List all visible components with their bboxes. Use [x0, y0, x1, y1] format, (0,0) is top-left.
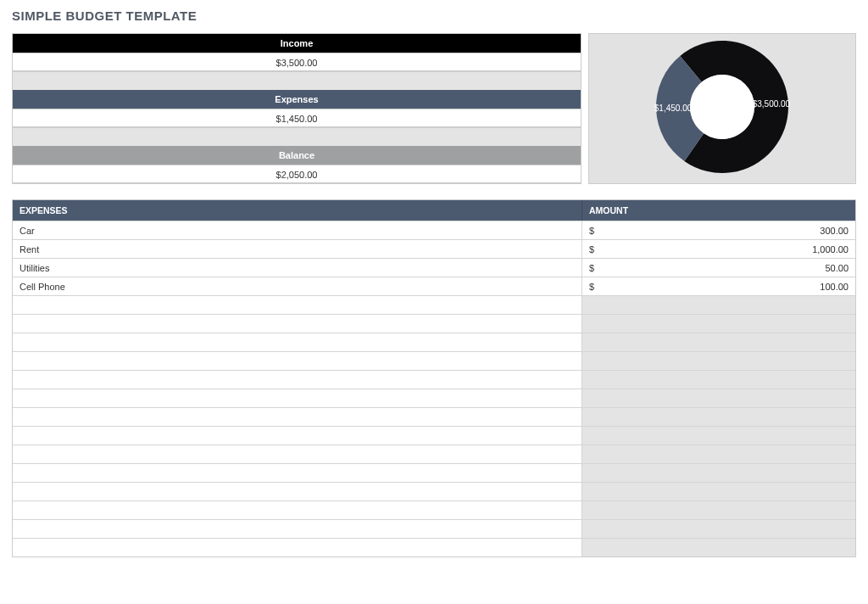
expense-name-cell[interactable] [13, 408, 582, 426]
expense-name-cell[interactable] [13, 352, 582, 370]
summary-expenses-header: Expenses [13, 90, 581, 109]
summary-panel: Income $3,500.00 Expenses $1,450.00 Bala… [12, 33, 581, 184]
summary-expenses-value: $1,450.00 [13, 109, 581, 127]
expense-name-cell[interactable] [13, 333, 582, 351]
table-row[interactable] [13, 445, 855, 463]
expense-name-cell[interactable] [13, 539, 582, 556]
table-row[interactable] [13, 295, 855, 314]
expense-amount-cell[interactable] [582, 539, 855, 556]
table-row[interactable] [13, 519, 855, 538]
expense-amount-cell[interactable] [582, 371, 855, 389]
table-row[interactable]: Rent$1,000.00 [13, 239, 855, 258]
expense-name-cell[interactable] [13, 501, 582, 519]
expense-amount-cell[interactable] [582, 315, 855, 333]
table-row[interactable]: Cell Phone$100.00 [13, 277, 855, 295]
expense-name-cell[interactable] [13, 520, 582, 538]
expense-name-cell[interactable]: Car [13, 221, 582, 239]
expense-amount-cell[interactable] [582, 296, 855, 314]
table-row[interactable]: Utilities$50.00 [13, 258, 855, 277]
expense-amount-cell[interactable]: $50.00 [582, 259, 855, 277]
expense-name-cell[interactable] [13, 483, 582, 501]
expense-amount-cell[interactable] [582, 389, 855, 407]
expense-amount-cell[interactable] [582, 408, 855, 426]
expense-name-cell[interactable]: Cell Phone [13, 277, 582, 295]
table-row[interactable] [13, 370, 855, 389]
table-row[interactable] [13, 501, 855, 519]
svg-text:$1,450.00: $1,450.00 [654, 103, 693, 113]
table-row[interactable] [13, 463, 855, 482]
summary-income-header: Income [13, 34, 581, 53]
expense-name-cell[interactable]: Rent [13, 240, 582, 258]
expense-name-cell[interactable] [13, 445, 582, 463]
expense-name-cell[interactable] [13, 296, 582, 314]
expense-amount-cell[interactable] [582, 483, 855, 501]
expense-amount-cell[interactable] [582, 520, 855, 538]
summary-spacer [13, 127, 581, 146]
table-row[interactable] [13, 314, 855, 333]
expense-name-cell[interactable] [13, 315, 582, 333]
expense-amount-cell[interactable] [582, 333, 855, 351]
expense-name-cell[interactable] [13, 371, 582, 389]
expense-amount-cell[interactable]: $100.00 [582, 277, 855, 295]
expense-amount-cell[interactable] [582, 501, 855, 519]
expenses-table-header: EXPENSES AMOUNT [13, 200, 855, 221]
expense-amount-cell[interactable]: $300.00 [582, 221, 855, 239]
expense-amount-cell[interactable] [582, 427, 855, 445]
expenses-table: EXPENSES AMOUNT Car$300.00Rent$1,000.00U… [12, 199, 856, 557]
svg-point-2 [690, 75, 754, 139]
svg-text:$3,500.00: $3,500.00 [753, 99, 791, 109]
expense-name-cell[interactable] [13, 464, 582, 482]
expense-amount-cell[interactable] [582, 445, 855, 463]
expense-name-cell[interactable] [13, 427, 582, 445]
table-row[interactable] [13, 351, 855, 370]
donut-chart: $3,500.00$1,450.00 [588, 33, 856, 184]
table-row[interactable] [13, 538, 855, 556]
header-amount: AMOUNT [582, 200, 855, 221]
summary-spacer [13, 71, 581, 90]
header-expenses: EXPENSES [13, 200, 582, 221]
summary-balance-header: Balance [13, 146, 581, 165]
summary-balance-value: $2,050.00 [13, 165, 581, 183]
expense-name-cell[interactable] [13, 389, 582, 407]
summary-income-value[interactable]: $3,500.00 [13, 53, 581, 71]
table-row[interactable] [13, 333, 855, 351]
page-title: SIMPLE BUDGET TEMPLATE [12, 8, 856, 23]
table-row[interactable] [13, 482, 855, 501]
expense-name-cell[interactable]: Utilities [13, 259, 582, 277]
table-row[interactable]: Car$300.00 [13, 221, 855, 239]
table-row[interactable] [13, 389, 855, 407]
table-row[interactable] [13, 407, 855, 426]
expense-amount-cell[interactable] [582, 464, 855, 482]
expense-amount-cell[interactable] [582, 352, 855, 370]
table-row[interactable] [13, 426, 855, 445]
expense-amount-cell[interactable]: $1,000.00 [582, 240, 855, 258]
